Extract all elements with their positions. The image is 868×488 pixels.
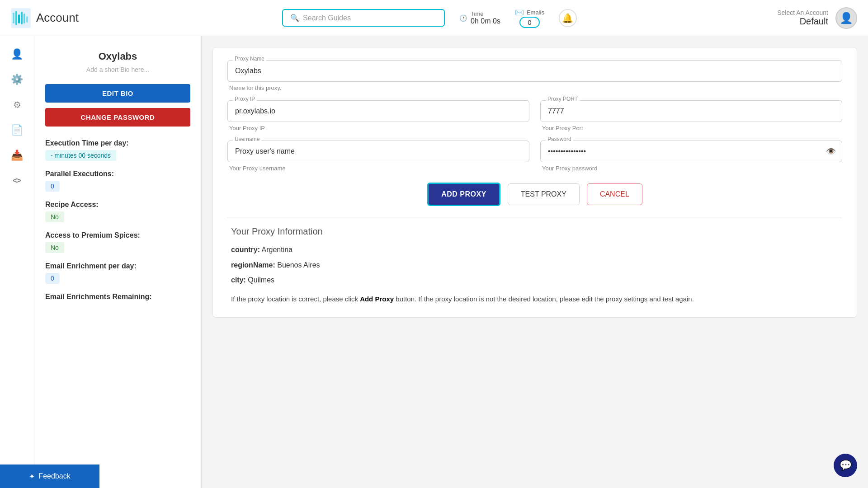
main-header: Account 🔍 Search Guides 🕐 Time 0h 0m 0s … — [0, 0, 868, 36]
proxy-name-hint: Name for this proxy. — [227, 84, 842, 91]
chat-bubble[interactable]: 💬 — [834, 454, 857, 477]
proxy-region-row: regionName: Buenos Aires — [231, 259, 839, 271]
stat-parallel-executions: Parallel Executions: 0 — [45, 170, 190, 192]
stat-execution-time-label: Execution Time per day: — [45, 139, 190, 147]
password-input[interactable] — [540, 141, 842, 162]
proxy-port-group: Proxy PORT Your Proxy Port — [540, 100, 842, 131]
sidebar-item-settings[interactable]: ⚙️ — [6, 69, 28, 90]
username-wrap: Username — [227, 141, 529, 162]
add-proxy-button[interactable]: ADD PROXY — [427, 183, 500, 206]
proxy-port-wrap: Proxy PORT — [540, 100, 842, 122]
proxy-city-row: city: Quilmes — [231, 274, 839, 286]
city-value: Quilmes — [248, 276, 274, 284]
proxy-name-input[interactable] — [227, 60, 842, 82]
edit-bio-button[interactable]: EDIT BIO — [45, 84, 190, 103]
left-sidebar: 👤 ⚙️ ⚙ 📄 📥 <> — [0, 36, 34, 488]
change-password-button[interactable]: CHANGE PASSWORD — [45, 108, 190, 127]
stat-email-enrichment: Email Enrichment per day: 0 — [45, 262, 190, 284]
stat-email-enrichment-label: Email Enrichment per day: — [45, 262, 190, 270]
proxy-ip-hint: Your Proxy IP — [227, 125, 529, 131]
stat-premium-label: Access to Premium Spices: — [45, 231, 190, 239]
city-label: city: — [231, 276, 246, 284]
stat-recipe-value: No — [45, 211, 64, 222]
stat-premium-value: No — [45, 242, 64, 253]
password-wrap: Password 👁️ — [540, 141, 842, 162]
proxy-ip-label: Proxy IP — [233, 96, 257, 102]
stat-premium-spices: Access to Premium Spices: No — [45, 231, 190, 253]
emails-block: ✉️ Emails 0 — [515, 8, 544, 28]
proxy-port-input[interactable] — [540, 100, 842, 122]
time-icon: 🕐 — [459, 14, 467, 22]
country-value: Argentina — [262, 246, 293, 253]
sidebar-item-advanced-settings[interactable]: ⚙ — [6, 94, 28, 116]
cancel-button[interactable]: CANCEL — [587, 183, 642, 205]
feedback-label: Feedback — [38, 472, 70, 480]
stat-parallel-label: Parallel Executions: — [45, 170, 190, 178]
proxy-info-section: Your Proxy Information country: Argentin… — [227, 226, 842, 305]
proxy-info-note: If the proxy location is correct, please… — [231, 293, 839, 305]
feedback-button[interactable]: ✦ Feedback — [0, 465, 99, 488]
stat-recipe-label: Recipe Access: — [45, 201, 190, 209]
password-toggle-icon[interactable]: 👁️ — [826, 146, 836, 156]
sidebar-item-user[interactable]: 👤 — [6, 43, 28, 65]
test-proxy-button[interactable]: TEST PROXY — [508, 183, 580, 205]
profile-name: Oxylabs — [45, 51, 190, 62]
ip-port-row: Proxy IP Your Proxy IP Proxy PORT Your P… — [227, 100, 842, 131]
sidebar-item-code[interactable]: <> — [6, 170, 28, 192]
sidebar-item-documents[interactable]: 📄 — [6, 119, 28, 141]
profile-bio: Add a short Bio here... — [45, 66, 190, 73]
account-select-label: Select An Account — [777, 9, 828, 16]
stat-parallel-value: 0 — [45, 181, 60, 192]
page-title: Account — [36, 11, 79, 25]
stat-execution-time: Execution Time per day: - minutes 00 sec… — [45, 139, 190, 161]
proxy-ip-wrap: Proxy IP — [227, 100, 529, 122]
stat-recipe-access: Recipe Access: No — [45, 201, 190, 222]
email-icon: ✉️ — [515, 8, 524, 17]
emails-count: 0 — [519, 17, 539, 28]
search-placeholder: Search Guides — [303, 14, 351, 22]
stat-email-enrichment-value: 0 — [45, 273, 60, 284]
header-center: 🔍 Search Guides 🕐 Time 0h 0m 0s ✉️ Email… — [137, 8, 722, 28]
username-group: Username Your Proxy username — [227, 141, 529, 172]
notifications-bell[interactable]: 🔔 — [559, 9, 577, 27]
add-proxy-note-bold: Add Proxy — [360, 295, 394, 303]
search-box[interactable]: 🔍 Search Guides — [282, 9, 445, 27]
password-hint: Your Proxy password — [540, 165, 842, 172]
stat-execution-time-value: - minutes 00 seconds — [45, 150, 116, 161]
svg-rect-6 — [26, 16, 28, 23]
svg-rect-2 — [15, 11, 17, 25]
password-group: Password 👁️ Your Proxy password — [540, 141, 842, 172]
proxy-port-hint: Your Proxy Port — [540, 125, 842, 131]
app-logo — [11, 8, 31, 28]
time-block: 🕐 Time 0h 0m 0s — [459, 10, 500, 25]
region-value: Buenos Aires — [277, 261, 320, 269]
proxy-info-title: Your Proxy Information — [231, 226, 839, 237]
country-label: country: — [231, 246, 260, 253]
main-content: Proxy Name Name for this proxy. Proxy IP… — [202, 36, 868, 488]
account-select[interactable]: Select An Account Default — [777, 9, 828, 27]
password-label: Password — [546, 136, 573, 142]
emails-label: Emails — [527, 9, 544, 16]
user-avatar[interactable]: 👤 — [835, 7, 857, 29]
proxy-ip-input[interactable] — [227, 100, 529, 122]
account-select-value: Default — [777, 16, 828, 27]
proxy-port-label: Proxy PORT — [546, 96, 580, 102]
proxy-form-card: Proxy Name Name for this proxy. Proxy IP… — [212, 47, 857, 318]
search-icon: 🔍 — [290, 14, 299, 22]
stat-email-enrichments-remaining: Email Enrichments Remaining: — [45, 293, 190, 301]
username-hint: Your Proxy username — [227, 165, 529, 172]
time-info: Time 0h 0m 0s — [471, 10, 500, 25]
header-right: Select An Account Default 👤 — [722, 7, 857, 29]
proxy-country-row: country: Argentina — [231, 244, 839, 256]
svg-rect-3 — [18, 14, 20, 23]
svg-rect-5 — [24, 14, 25, 23]
feedback-icon: ✦ — [29, 472, 35, 481]
svg-rect-1 — [13, 13, 14, 23]
sidebar-item-inbox[interactable]: 📥 — [6, 145, 28, 166]
profile-panel: Oxylabs Add a short Bio here... EDIT BIO… — [34, 36, 202, 488]
action-buttons-row: ADD PROXY TEST PROXY CANCEL — [227, 183, 842, 206]
time-value: 0h 0m 0s — [471, 17, 500, 25]
stat-email-remaining-label: Email Enrichments Remaining: — [45, 293, 190, 301]
username-input[interactable] — [227, 141, 529, 162]
logo-area: Account — [11, 8, 137, 28]
